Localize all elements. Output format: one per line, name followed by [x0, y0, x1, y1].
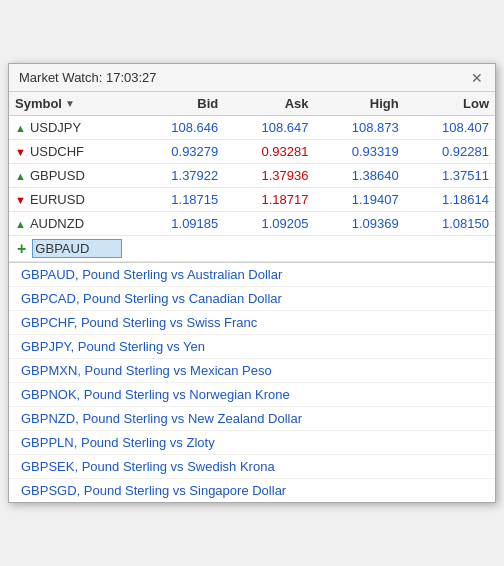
header-ask[interactable]: Ask — [224, 92, 314, 116]
dropdown-item[interactable]: GBPNOK, Pound Sterling vs Norwegian Kron… — [9, 383, 495, 407]
ask-value: 1.09205 — [224, 212, 314, 236]
bid-value: 1.09185 — [134, 212, 224, 236]
dropdown-item[interactable]: GBPNZD, Pound Sterling vs New Zealand Do… — [9, 407, 495, 431]
close-button[interactable]: ✕ — [469, 71, 485, 85]
dropdown-item[interactable]: GBPAUD, Pound Sterling vs Australian Dol… — [9, 263, 495, 287]
bid-value: 0.93279 — [134, 140, 224, 164]
dropdown-item[interactable]: GBPSEK, Pound Sterling vs Swedish Krona — [9, 455, 495, 479]
symbol-label: USDJPY — [30, 120, 81, 135]
dropdown-item[interactable]: GBPJPY, Pound Sterling vs Yen — [9, 335, 495, 359]
sort-icon: ▼ — [65, 98, 75, 109]
symbol-cell: ▲GBPUSD — [9, 164, 134, 188]
symbol-cell: ▲AUDNZD — [9, 212, 134, 236]
header-bid[interactable]: Bid — [134, 92, 224, 116]
table-row[interactable]: ▲GBPUSD1.379221.379361.386401.37511 — [9, 164, 495, 188]
ask-value: 108.647 — [224, 116, 314, 140]
arrow-up-icon: ▲ — [15, 170, 26, 182]
low-value: 1.08150 — [405, 212, 495, 236]
symbol-dropdown: GBPAUD, Pound Sterling vs Australian Dol… — [9, 262, 495, 502]
header-symbol[interactable]: Symbol ▼ — [9, 92, 134, 116]
ask-value: 1.18717 — [224, 188, 314, 212]
arrow-down-icon: ▼ — [15, 146, 26, 158]
high-value: 108.873 — [315, 116, 405, 140]
dropdown-item[interactable]: GBPCAD, Pound Sterling vs Canadian Dolla… — [9, 287, 495, 311]
table-row[interactable]: ▲USDJPY108.646108.647108.873108.407 — [9, 116, 495, 140]
arrow-up-icon: ▲ — [15, 218, 26, 230]
symbol-label: USDCHF — [30, 144, 84, 159]
symbol-label: GBPUSD — [30, 168, 85, 183]
arrow-up-icon: ▲ — [15, 122, 26, 134]
symbol-label: EURUSD — [30, 192, 85, 207]
ask-value: 0.93281 — [224, 140, 314, 164]
symbol-search-input[interactable] — [32, 239, 122, 258]
ask-value: 1.37936 — [224, 164, 314, 188]
low-value: 0.92281 — [405, 140, 495, 164]
table-header-row: Symbol ▼ Bid Ask High Low — [9, 92, 495, 116]
symbol-cell: ▼EURUSD — [9, 188, 134, 212]
high-value: 1.09369 — [315, 212, 405, 236]
low-value: 1.18614 — [405, 188, 495, 212]
symbol-label: AUDNZD — [30, 216, 84, 231]
symbol-cell: ▼USDCHF — [9, 140, 134, 164]
dropdown-item[interactable]: GBPMXN, Pound Sterling vs Mexican Peso — [9, 359, 495, 383]
low-value: 1.37511 — [405, 164, 495, 188]
dropdown-item[interactable]: GBPSGD, Pound Sterling vs Singapore Doll… — [9, 479, 495, 502]
table-row[interactable]: ▲AUDNZD1.091851.092051.093691.08150 — [9, 212, 495, 236]
high-value: 1.38640 — [315, 164, 405, 188]
market-watch-window: Market Watch: 17:03:27 ✕ Symbol ▼ Bid As… — [8, 63, 496, 503]
symbol-cell: ▲USDJPY — [9, 116, 134, 140]
window-title: Market Watch: 17:03:27 — [19, 70, 157, 85]
table-row[interactable]: ▼EURUSD1.187151.187171.194071.18614 — [9, 188, 495, 212]
bid-value: 108.646 — [134, 116, 224, 140]
dropdown-item[interactable]: GBPPLN, Pound Sterling vs Zloty — [9, 431, 495, 455]
add-symbol-button[interactable]: + — [15, 241, 28, 257]
arrow-down-icon: ▼ — [15, 194, 26, 206]
title-bar: Market Watch: 17:03:27 ✕ — [9, 64, 495, 92]
high-value: 1.19407 — [315, 188, 405, 212]
header-low[interactable]: Low — [405, 92, 495, 116]
symbol-input-cell: + — [9, 236, 495, 262]
symbol-input-row: + — [9, 236, 495, 262]
high-value: 0.93319 — [315, 140, 405, 164]
dropdown-item[interactable]: GBPCHF, Pound Sterling vs Swiss Franc — [9, 311, 495, 335]
low-value: 108.407 — [405, 116, 495, 140]
market-table-area: Symbol ▼ Bid Ask High Low ▲USDJPY108.646… — [9, 92, 495, 262]
market-table: Symbol ▼ Bid Ask High Low ▲USDJPY108.646… — [9, 92, 495, 262]
table-row[interactable]: ▼USDCHF0.932790.932810.933190.92281 — [9, 140, 495, 164]
header-high[interactable]: High — [315, 92, 405, 116]
bid-value: 1.37922 — [134, 164, 224, 188]
bid-value: 1.18715 — [134, 188, 224, 212]
